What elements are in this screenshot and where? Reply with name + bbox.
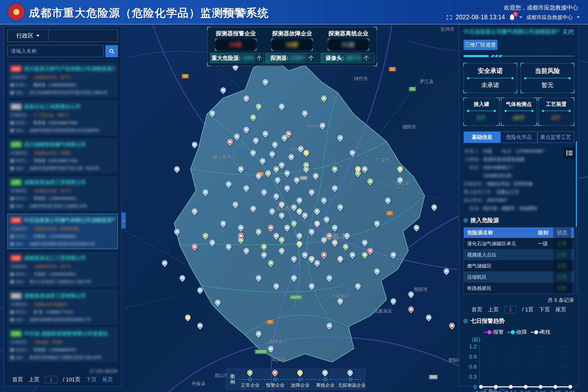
person-icon bbox=[10, 159, 14, 163]
page-first-button[interactable]: 首页 bbox=[12, 376, 23, 383]
map-place-label: 新津县 bbox=[269, 339, 283, 345]
expand-panel-button[interactable] bbox=[564, 147, 575, 159]
company-type-line: 所属类型：【危险化学品 - 生产】 bbox=[10, 264, 115, 269]
patrol-3d-button[interactable]: 三维厂区巡查 bbox=[464, 40, 497, 50]
current-risk-box: 当前风险 暂无 bbox=[521, 63, 574, 93]
search-button[interactable] bbox=[105, 45, 118, 57]
status-badge: 正常 bbox=[10, 179, 22, 186]
sidebar-collapse-handle[interactable]: ‹ bbox=[121, 212, 126, 229]
company-card[interactable]: 离线某某石化工有限责任公司所属类型：【 工贸企业 - 储存 】联系人：陈某某（0… bbox=[7, 100, 118, 136]
company-address-line: 地址：青白江区某某工业园区化工路26号 bbox=[10, 279, 115, 284]
svg-text:0: 0 bbox=[474, 384, 477, 390]
tab-基础信息[interactable]: 基础信息 bbox=[464, 131, 500, 143]
svg-text:1.2: 1.2 bbox=[469, 344, 477, 350]
company-address-line: 地址：成都市某某区某某镇某某社区五组88号 bbox=[10, 128, 115, 133]
company-contact-line: 联系人：李某某（13900000000） bbox=[10, 196, 115, 201]
person-icon bbox=[10, 272, 14, 276]
current-risk-value: 暂无 bbox=[521, 78, 574, 93]
table-row[interactable]: 压缩机区正常 bbox=[464, 271, 574, 283]
company-contact-line: 联系人：刘某某（13700000000） bbox=[10, 234, 115, 239]
counter-label: 重大危险源: bbox=[212, 54, 241, 62]
hz-page-number-input[interactable] bbox=[504, 306, 517, 313]
svg-text:8-15: 8-15 bbox=[520, 390, 531, 392]
table-row[interactable]: 铁路栈桥区正常 bbox=[464, 283, 574, 294]
company-card[interactable]: 正常中石油 成都某某销售有限公司某某站所属类型：【加油站 - 经营】联系人：孙某… bbox=[7, 327, 118, 363]
legend-pin-icon bbox=[247, 370, 253, 376]
trend-legend: 报警故障离线 bbox=[464, 329, 574, 336]
company-card[interactable]: 报警成都某某化工工贸有限公司所属类型：【危险化学品 - 生产】联系人：王某某（1… bbox=[7, 252, 118, 287]
district-value-area[interactable] bbox=[48, 30, 118, 42]
tab-重点监管工艺[interactable]: 重点监管工艺 bbox=[537, 131, 574, 143]
person-icon bbox=[10, 121, 14, 125]
status-badge: 报警 bbox=[10, 255, 22, 261]
table-row[interactable]: 液化石油气储罐区单元一级正常 bbox=[464, 238, 574, 249]
page-number-input[interactable] bbox=[45, 376, 57, 383]
table-row[interactable]: 燃气储罐区正常 bbox=[464, 260, 574, 271]
equipment-count-box: 接入罐8个 bbox=[464, 98, 499, 125]
counter-unit: 个 bbox=[257, 54, 262, 62]
legend-pin-icon bbox=[322, 370, 328, 376]
sidebar-pagination: 首页 上页 / 101页 下页 尾页 bbox=[8, 376, 117, 383]
company-address-line: 地址：四川省成都市经济技术开发区某某大道66号 bbox=[10, 90, 115, 95]
info-row: 区域：四川省 - 成都市 - 龙泉驿区 bbox=[464, 204, 574, 213]
hz-page-prev-button[interactable]: 上页 bbox=[488, 306, 499, 313]
counter-box: 摄像头:4675个 bbox=[320, 53, 374, 63]
hazard-name: 液化石油气储罐区单元 bbox=[464, 240, 538, 247]
company-address-line: 地址：成都市新都区某某街道某某路21号 bbox=[10, 317, 115, 322]
page-prev-button[interactable]: 上页 bbox=[29, 376, 39, 383]
district-select[interactable]: 行政区 bbox=[8, 30, 48, 42]
company-contact-line: 联系人：赵 某（13086277122） bbox=[10, 310, 115, 315]
company-name: 成都某某油库工贸有限公司 bbox=[24, 179, 86, 186]
company-type-line: 所属类型：【加油站 - 经营】 bbox=[10, 340, 115, 345]
hz-page-next-button[interactable]: 下页 bbox=[539, 306, 550, 313]
person-icon bbox=[10, 235, 14, 238]
company-address-line: 地址：成都市龙泉驿区某某平安大道一段99号 bbox=[10, 166, 115, 171]
hazard-table: 危险源名称 级别 状态 液化石油气储罐区单元一级正常视频接入点位正常燃气储罐区正… bbox=[464, 227, 574, 294]
section-bullet-icon bbox=[464, 218, 468, 222]
notification-bell-icon[interactable]: 0 bbox=[509, 14, 515, 21]
company-name: 成都某某化工工贸有限公司 bbox=[24, 255, 86, 262]
company-card[interactable]: 报警四川某某天然气产品有限公司成都某某分公司所属类型：【危险化学品 - 生产】联… bbox=[7, 62, 118, 98]
map-place-label: 高新东区 bbox=[374, 308, 392, 314]
trend-legend-item[interactable]: 报警 bbox=[487, 329, 504, 336]
company-name: 中石油 成都某某销售有限公司某某站 bbox=[24, 330, 108, 337]
hazard-section-header: 接入危险源 bbox=[464, 216, 574, 224]
road-badge: S9 bbox=[182, 74, 189, 78]
app-header: 成都市重大危险源（危险化学品）监测预警系统 系统导航 欢迎您，成都市应急救援中心… bbox=[0, 0, 588, 24]
trend-legend-item[interactable]: 离线 bbox=[534, 329, 550, 336]
search-icon bbox=[109, 48, 114, 54]
location-icon bbox=[10, 318, 14, 321]
stat-label: 探测器离线企业 bbox=[328, 30, 369, 37]
location-icon bbox=[10, 280, 14, 284]
stat-group: 探测器故障企业18家 bbox=[272, 30, 312, 50]
safety-promise-value: 未承诺 bbox=[464, 78, 517, 93]
company-card[interactable]: 离线成都某某油库工贸有限公司所属类型：【危险化学品储存】联系人：赵 某（1308… bbox=[7, 289, 118, 325]
map-legend: 图例 正常企业预警企业故障企业离线企业无探测器企业 bbox=[226, 369, 365, 390]
page-next-button[interactable]: 下页 bbox=[86, 376, 97, 383]
company-card[interactable]: 正常成都某某油库工贸有限公司所属类型：【危险化学品 - 生产】联系人：李某某（1… bbox=[7, 176, 118, 211]
hazard-status: 正常 bbox=[557, 252, 574, 258]
page-last-button[interactable]: 尾页 bbox=[102, 376, 113, 383]
close-panel-button[interactable]: 关闭 bbox=[562, 28, 574, 36]
hz-page-total-label: / 1页 bbox=[522, 306, 534, 313]
hz-page-last-button[interactable]: 尾页 bbox=[555, 306, 566, 313]
hz-page-first-button[interactable]: 首页 bbox=[471, 306, 482, 313]
info-value: 刘某 bbox=[483, 147, 492, 155]
stat-group: 探测器离线企业41家 bbox=[328, 30, 369, 50]
system-nav-button[interactable]: 系统导航 bbox=[223, 9, 253, 16]
trend-legend-item[interactable]: 故障 bbox=[511, 329, 527, 336]
series-name: 离线 bbox=[540, 329, 550, 336]
company-card[interactable]: 正常四川成都某某燃气有限公司所属类型：【危险化学品 - 使用】联系人：张某某（0… bbox=[7, 138, 118, 173]
legend-item: 故障企业 bbox=[288, 370, 313, 388]
search-input[interactable] bbox=[7, 45, 104, 57]
fullscreen-icon[interactable] bbox=[447, 15, 452, 20]
info-value: 20070907 bbox=[487, 196, 507, 204]
company-name: 中石油某某公司燃气有限公司成都某某气储配库 bbox=[24, 217, 115, 224]
table-row[interactable]: 视频接入点位正常 bbox=[464, 249, 574, 260]
user-menu[interactable]: 成都市应急救援中心 bbox=[526, 14, 573, 21]
tab-危险化学品[interactable]: 危险化学品 bbox=[500, 131, 537, 143]
equipment-count-label: 工艺装置 bbox=[539, 98, 574, 108]
company-card[interactable]: 报警中石油某某公司燃气有限公司成都某某气储配库所属类型：【危险化学品 - 经营存… bbox=[7, 214, 118, 249]
legend-item: 离线企业 bbox=[313, 370, 338, 388]
panel-scrollbar[interactable] bbox=[576, 141, 577, 294]
